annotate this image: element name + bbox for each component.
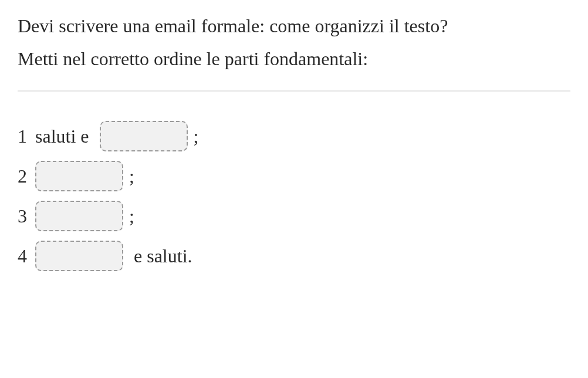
row-number: 1: [18, 122, 29, 150]
drop-slot[interactable]: [35, 241, 123, 271]
row-after-text: ;: [129, 162, 134, 190]
divider: [18, 90, 570, 92]
drop-slot[interactable]: [100, 121, 188, 151]
prompt-line-1: Devi scrivere una email formale: come or…: [18, 12, 570, 40]
list-row: 2 ;: [18, 161, 570, 191]
row-number: 2: [18, 162, 29, 190]
drop-slot[interactable]: [35, 161, 123, 191]
row-number: 4: [18, 242, 29, 270]
ordered-list: 1 saluti e ; 2 ; 3 ; 4 e saluti.: [18, 121, 570, 271]
row-after-text: ;: [129, 202, 134, 230]
row-after-text: ;: [194, 122, 199, 150]
row-number: 3: [18, 202, 29, 230]
row-after-text: e saluti.: [129, 242, 192, 270]
list-row: 1 saluti e ;: [18, 121, 570, 151]
drop-slot[interactable]: [35, 201, 123, 231]
prompt-line-2: Metti nel corretto ordine le parti fonda…: [18, 45, 570, 73]
row-before-text: saluti e: [35, 122, 94, 150]
list-row: 3 ;: [18, 201, 570, 231]
list-row: 4 e saluti.: [18, 241, 570, 271]
